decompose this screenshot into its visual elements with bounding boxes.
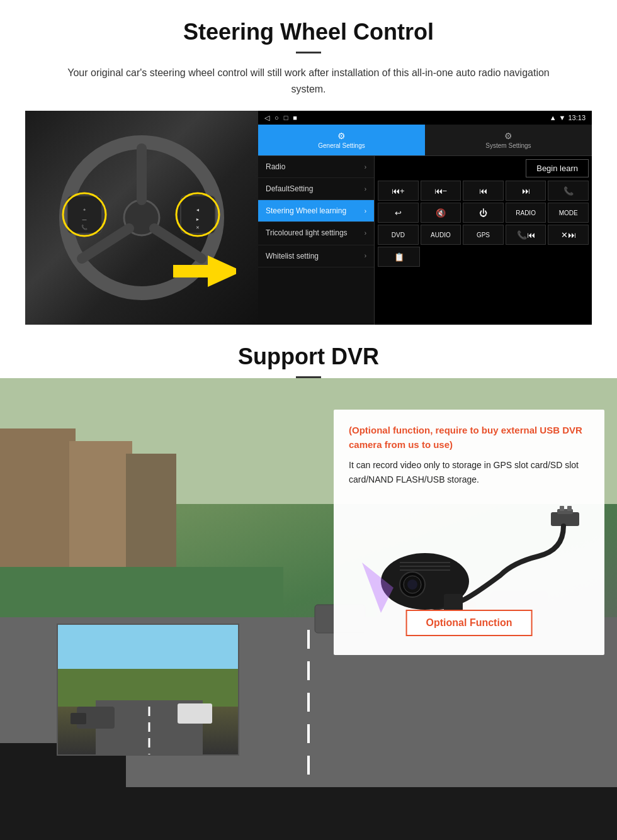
svg-rect-37 [551,512,579,526]
ctrl-next[interactable]: ⏭ [506,181,546,201]
menu-whitelist-label: Whitelist setting [266,252,319,260]
optional-function-button[interactable]: Optional Function [406,610,533,636]
menu-steering-label: Steering Wheel learning [266,206,346,215]
screenshot-area: + — 📞 ◄ ► ✕ ◁ [25,111,592,325]
dvr-description: It can record video only to storage in G… [349,458,589,486]
bottom-icon-row: 📋 [378,247,589,267]
svg-rect-35 [71,713,86,724]
tab-system-label: System Settings [485,142,531,149]
signal-icon: ▲ [550,114,557,121]
ctrl-audio[interactable]: AUDIO [421,225,461,245]
svg-marker-15 [208,255,236,287]
dvr-inset-svg [58,625,239,756]
ctrl-vol-down[interactable]: ⏮− [421,181,461,201]
ctrl-extra[interactable]: 📋 [378,247,420,267]
svg-point-47 [407,580,417,590]
svg-rect-40 [567,506,572,511]
ctrl-prev[interactable]: ⏮ [463,181,504,201]
svg-text:✕: ✕ [196,225,200,230]
ctrl-tel-prev[interactable]: 📞⏮ [506,225,546,245]
ctrl-mode[interactable]: MODE [548,203,589,223]
menu-item-steering[interactable]: Steering Wheel learning › [258,200,374,222]
svg-rect-39 [560,506,564,511]
ctrl-mute[interactable]: 🔇 [421,203,461,223]
section2-title: Support DVR [0,325,617,376]
home-icon: ○ [275,114,279,122]
svg-rect-36 [178,703,212,724]
dvr-section: Support DVR [0,325,617,840]
svg-text:◄: ◄ [196,208,200,212]
section1-divider [296,52,321,53]
begin-learn-area: Begin learn [378,159,589,177]
android-ui: ◁ ○ □ ■ ▲ ▼ 13:13 ⚙ General Settings [258,111,592,325]
menu-item-default[interactable]: DefaultSetting › [258,178,374,200]
section1-subtitle: Your original car's steering wheel contr… [50,65,567,97]
dvr-bottom-bar [0,819,617,840]
section1-title: Steering Wheel Control [25,19,592,45]
ctrl-radio[interactable]: RADIO [506,203,546,223]
ctrl-vol-up[interactable]: ⏮+ [378,181,419,201]
chevron-icon: › [365,208,366,215]
chevron-icon: › [365,164,366,171]
menu-item-radio[interactable]: Radio › [258,156,374,178]
svg-rect-16 [173,265,210,277]
menu-tricolour-label: Tricoloured light settings [266,228,348,238]
tab-system-settings[interactable]: ⚙ System Settings [425,125,592,155]
dvr-optional-text: (Optional function, require to buy exter… [349,423,589,452]
controls-grid: ⏮+ ⏮− ⏮ ⏭ 📞 ↩ 🔇 ⏻ RADIO MODE DVD AUDIO G… [378,181,589,245]
chevron-icon: › [365,230,366,237]
wifi-icon: ▼ [559,114,566,121]
chevron-icon: › [365,186,366,193]
menu-item-tricolour[interactable]: Tricoloured light settings › [258,222,374,245]
menu-item-whitelist[interactable]: Whitelist setting › [258,245,374,267]
back-icon: ◁ [264,114,269,122]
dvr-inset-preview [57,624,239,756]
clock: 13:13 [568,114,586,121]
system-icon: ⚙ [504,131,512,141]
ctrl-power[interactable]: ⏻ [463,203,504,223]
dvr-info-card: (Optional function, require to buy exter… [334,410,604,655]
right-panel: Begin learn ⏮+ ⏮− ⏮ ⏭ 📞 ↩ 🔇 ⏻ RADIO MODE [375,156,592,325]
begin-learn-button[interactable]: Begin learn [526,159,589,177]
nav-icons: ◁ ○ □ ■ [264,114,297,122]
ctrl-tel-next[interactable]: ✕⏭ [548,225,589,245]
menu-icon: ■ [293,114,297,122]
svg-text:📞: 📞 [81,224,88,230]
svg-rect-29 [0,787,617,819]
steering-wheel-photo: + — 📞 ◄ ► ✕ [25,111,258,325]
menu-default-label: DefaultSetting [266,184,313,193]
ctrl-back[interactable]: ↩ [378,203,419,223]
steering-wheel-svg: + — 📞 ◄ ► ✕ [47,123,236,312]
chevron-icon: › [365,252,366,259]
tab-general-label: General Settings [318,142,365,149]
settings-tabs: ⚙ General Settings ⚙ System Settings [258,125,592,156]
menu-list: Radio › DefaultSetting › Steering Wheel … [258,156,375,325]
svg-text:►: ► [196,217,200,221]
menu-radio-label: Radio [266,162,285,171]
dvr-background: (Optional function, require to buy exter… [0,378,617,819]
steering-wheel-section: Steering Wheel Control Your original car… [0,0,617,325]
gear-icon: ⚙ [337,131,346,141]
android-main: Radio › DefaultSetting › Steering Wheel … [258,156,592,325]
tab-general-settings[interactable]: ⚙ General Settings [258,125,425,155]
ctrl-phone[interactable]: 📞 [548,181,589,201]
svg-text:+: + [83,207,86,213]
ctrl-dvd[interactable]: DVD [378,225,419,245]
status-bar: ◁ ○ □ ■ ▲ ▼ 13:13 [258,111,592,125]
ctrl-gps[interactable]: GPS [463,225,504,245]
recent-icon: □ [284,114,288,122]
svg-text:—: — [82,217,87,221]
status-icons: ▲ ▼ 13:13 [550,114,586,121]
